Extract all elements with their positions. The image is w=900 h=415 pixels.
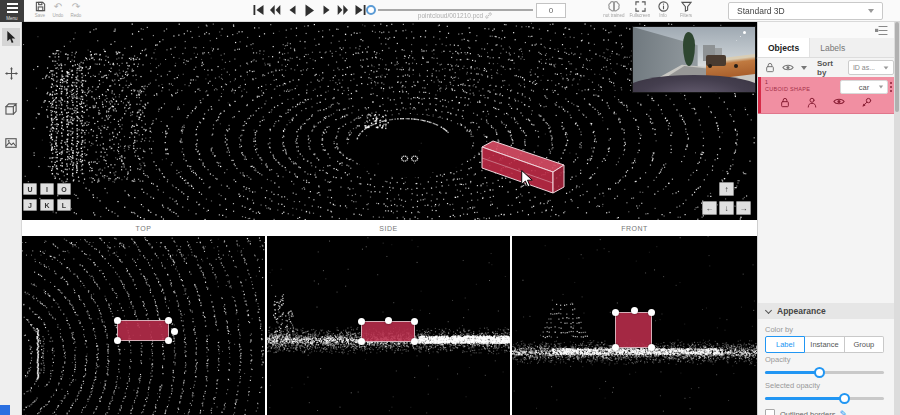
bbox-handle[interactable]	[648, 309, 655, 316]
bbox-handle[interactable]	[648, 344, 655, 351]
filters-button[interactable]: Filters	[674, 1, 698, 18]
car-bbox-top[interactable]	[117, 320, 169, 341]
info-label: Info	[659, 13, 667, 18]
bbox-handle[interactable]	[411, 338, 418, 345]
left-tool-rail	[0, 22, 22, 415]
not-trained-label: not trained	[603, 13, 624, 18]
bbox-handle[interactable]	[114, 337, 121, 344]
objects-toolbar: Sort by ID as...	[758, 58, 894, 77]
camera-context-preview[interactable]	[633, 27, 755, 92]
object-menu-button[interactable]	[890, 82, 892, 92]
bbox-handle[interactable]	[612, 344, 619, 351]
timeline-track[interactable]	[378, 9, 533, 11]
fast-backward-icon	[269, 4, 281, 16]
hamburger-icon	[7, 2, 18, 14]
expand-all-button[interactable]	[801, 66, 807, 70]
nav-up-button[interactable]: ↑	[719, 182, 734, 196]
nav-down-button[interactable]: ↓	[719, 201, 734, 215]
outlined-borders-checkbox[interactable]	[765, 409, 775, 415]
top-ortho-view[interactable]	[22, 236, 265, 415]
redo-button[interactable]: ↷ Redo	[66, 1, 86, 18]
image-tool-button[interactable]	[2, 134, 20, 152]
skip-end-button[interactable]	[354, 4, 366, 16]
not-trained-indicator[interactable]: not trained	[600, 1, 628, 18]
tab-labels[interactable]: Labels	[810, 38, 855, 57]
object-row-car[interactable]: 1 CUBOID SHAPE car	[758, 77, 894, 114]
edit-pencil-icon[interactable]: ✎	[839, 409, 847, 415]
pan-tool-button[interactable]	[2, 64, 20, 82]
panel-menu-icon[interactable]	[875, 25, 888, 36]
front-view-label: FRONT	[512, 220, 757, 236]
fast-forward-button[interactable]	[337, 4, 349, 16]
opacity-slider[interactable]	[765, 366, 884, 379]
bbox-handle[interactable]	[631, 307, 638, 314]
object-lock-button[interactable]	[780, 97, 790, 110]
front-ortho-view[interactable]	[512, 236, 757, 415]
outlined-borders-label: Outlined borders	[780, 410, 835, 415]
lock-all-button[interactable]	[765, 62, 775, 73]
visibility-all-button[interactable]	[782, 63, 794, 72]
appearance-header[interactable]: Appearance	[758, 303, 894, 319]
next-frame-button[interactable]	[320, 4, 332, 16]
save-button[interactable]: Save	[30, 1, 50, 18]
info-button[interactable]: Info	[652, 1, 674, 18]
next-frame-icon	[322, 4, 331, 16]
opacity-slider-handle[interactable]	[814, 367, 825, 378]
bbox-handle[interactable]	[411, 318, 418, 325]
brain-icon	[608, 1, 620, 12]
tab-objects[interactable]: Objects	[758, 38, 810, 57]
undo-icon: ↶	[54, 1, 62, 12]
color-by-group-button[interactable]: Group	[845, 336, 884, 353]
link-icon[interactable]	[485, 12, 492, 19]
hotkey-l-button[interactable]: L	[57, 199, 71, 211]
hotkey-j-button[interactable]: J	[23, 199, 37, 211]
playback-controls	[252, 4, 366, 16]
object-author-button[interactable]	[807, 97, 817, 110]
save-label: Save	[35, 13, 45, 18]
main-3d-viewport[interactable]: U I O J K L ↑ ← ↓ →	[22, 22, 757, 220]
current-file: pointcloud/001210.pcd	[400, 12, 510, 19]
layout-mode-select[interactable]: Standard 3D	[728, 2, 883, 20]
bbox-handle[interactable]	[358, 338, 365, 345]
undo-button[interactable]: ↶ Undo	[48, 1, 68, 18]
skip-start-button[interactable]	[252, 4, 264, 16]
object-class-value: car	[859, 83, 869, 92]
bbox-rotate-handle[interactable]	[171, 328, 178, 335]
object-pin-button[interactable]	[862, 97, 872, 110]
hotkey-u-button[interactable]: U	[23, 183, 37, 195]
car-bbox-front[interactable]	[615, 312, 652, 348]
fullscreen-button[interactable]: Fullscreen	[628, 1, 652, 18]
prev-frame-button[interactable]	[286, 4, 298, 16]
object-visibility-button[interactable]	[833, 97, 845, 110]
selected-opacity-slider[interactable]	[765, 392, 884, 405]
frame-number-input[interactable]	[536, 3, 566, 18]
cuboid-tool-button[interactable]	[2, 100, 20, 118]
nav-right-button[interactable]: →	[736, 201, 751, 215]
bbox-handle[interactable]	[612, 309, 619, 316]
selected-opacity-slider-handle[interactable]	[839, 393, 850, 404]
color-by-label-button[interactable]: Label	[765, 336, 805, 353]
object-class-select[interactable]: car	[840, 80, 888, 94]
lock-icon	[765, 62, 775, 73]
bbox-handle[interactable]	[385, 317, 392, 324]
color-by-instance-button[interactable]: Instance	[805, 336, 844, 353]
sort-order-select[interactable]: ID as...	[848, 60, 894, 75]
bbox-handle[interactable]	[165, 337, 172, 344]
car-bbox-side[interactable]	[361, 321, 415, 342]
select-tool-button[interactable]	[2, 28, 20, 46]
nav-left-button[interactable]: ←	[702, 201, 717, 215]
menu-button[interactable]: Menu	[0, 0, 24, 22]
hotkey-i-button[interactable]: I	[40, 183, 54, 195]
hotkey-o-button[interactable]: O	[57, 183, 71, 195]
fast-backward-button[interactable]	[269, 4, 281, 16]
scrollbar-thumb[interactable]	[895, 22, 899, 112]
hotkey-k-button[interactable]: K	[40, 199, 54, 211]
play-button[interactable]	[303, 4, 315, 16]
bbox-handle[interactable]	[114, 317, 121, 324]
sidebar-scrollbar[interactable]	[894, 22, 900, 415]
bbox-handle[interactable]	[358, 318, 365, 325]
bbox-handle[interactable]	[165, 317, 172, 324]
timeline-handle[interactable]	[366, 5, 376, 15]
cuboid-tool-icon	[5, 103, 18, 115]
side-ortho-view[interactable]	[267, 236, 510, 415]
